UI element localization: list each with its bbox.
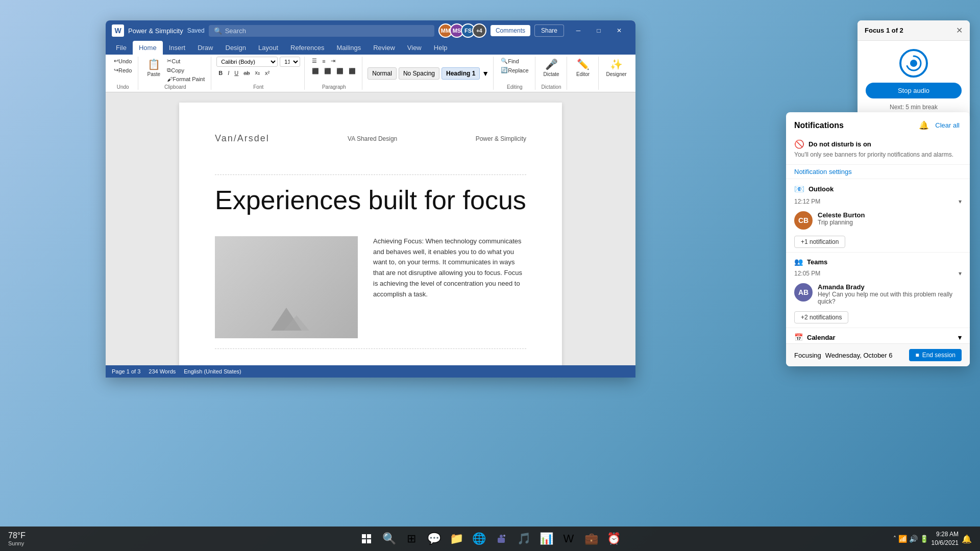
teams-expand-icon[interactable]: ▾ [959, 270, 962, 277]
style-no-spacing-button[interactable]: No Spacing [399, 67, 439, 80]
explorer-button[interactable]: 📁 [446, 529, 467, 549]
notifications-footer: Focusing Wednesday, October 6 ■ End sess… [786, 343, 970, 366]
calendar-header: 📅 Calendar ▾ [786, 328, 970, 343]
bold-button[interactable]: B [216, 69, 225, 77]
tab-review[interactable]: Review [367, 41, 401, 55]
font-size-select[interactable]: 11 [280, 57, 300, 67]
svg-rect-4 [362, 534, 366, 538]
start-button[interactable] [356, 529, 377, 549]
dnd-description: You'll only see banners for priority not… [794, 151, 962, 158]
bullets-button[interactable]: ☰ [310, 57, 319, 65]
minimize-button[interactable]: ─ [568, 20, 589, 41]
footer-left: Focusing Wednesday, October 6 [794, 352, 893, 359]
tab-references[interactable]: References [284, 41, 330, 55]
outlook-notification-content: Celeste Burton Trip planning [818, 211, 962, 230]
end-session-button[interactable]: ■ End session [909, 349, 962, 361]
teams-taskbar-button[interactable] [491, 529, 511, 549]
document-content[interactable]: Van/Arsdel VA Shared Design Power & Simp… [106, 92, 635, 365]
notifications-panel: Notifications 🔔 Clear all 🚫 Do not distu… [786, 112, 970, 366]
clock-taskbar-button[interactable]: ⏰ [603, 529, 624, 549]
calendar-expand-icon[interactable]: ▾ [958, 334, 962, 341]
tab-layout[interactable]: Layout [252, 41, 284, 55]
ribbon-group-editor: ✏️ Editor [568, 57, 599, 90]
undo-button[interactable]: ↩ Undo [112, 57, 134, 65]
document-title: Power & Simplicity [128, 27, 183, 35]
tab-insert[interactable]: Insert [163, 41, 192, 55]
tab-draw[interactable]: Draw [191, 41, 219, 55]
styles-expand-button[interactable]: ▼ [482, 69, 489, 78]
paste-button[interactable]: 📋 Paste [143, 57, 164, 79]
stop-audio-button[interactable]: Stop audio [866, 83, 962, 98]
weather-temp: 78°F [8, 531, 26, 540]
indent-button[interactable]: ⇥ [329, 57, 337, 65]
document-header: Van/Arsdel VA Shared Design Power & Simp… [215, 133, 526, 144]
maximize-button[interactable]: □ [589, 20, 609, 41]
calendar-icon: 📅 [794, 333, 803, 341]
ribbon: File Home Insert Draw Design Layout Refe… [106, 41, 635, 92]
cut-button[interactable]: ✂ Cut [165, 57, 207, 65]
italic-button[interactable]: I [226, 69, 231, 77]
notification-taskbar-icon[interactable]: 🔔 [962, 534, 972, 544]
close-button[interactable]: ✕ [609, 20, 629, 41]
align-center-button[interactable]: ⬛ [322, 67, 333, 76]
strikethrough-button[interactable]: ab [241, 69, 252, 77]
teams-plus-notifications-button[interactable]: +2 notifications [794, 311, 848, 323]
align-right-button[interactable]: ⬛ [334, 67, 346, 76]
ribbon-group-designer: ✨ Designer [600, 57, 633, 90]
notification-settings-link[interactable]: Notification settings [786, 165, 970, 179]
battery-icon[interactable]: 🔋 [920, 535, 928, 543]
align-left-button[interactable]: ⬛ [310, 67, 321, 76]
replace-button[interactable]: 🔄 Replace [499, 66, 530, 74]
numbering-button[interactable]: ≡ [320, 57, 327, 65]
find-button[interactable]: 🔍 Find [499, 57, 530, 65]
volume-icon[interactable]: 🔊 [909, 535, 918, 543]
superscript-button[interactable]: x² [263, 69, 272, 77]
font-name-select[interactable]: Calibri (Body) [216, 57, 278, 67]
taskbar-left: 78°F Sunny [4, 531, 30, 546]
notifications-header: Notifications 🔔 Clear all [786, 112, 970, 135]
justify-button[interactable]: ⬛ [347, 67, 358, 76]
tab-view[interactable]: View [401, 41, 428, 55]
style-normal-button[interactable]: Normal [368, 67, 397, 80]
dictate-button[interactable]: 🎤 Dictate [541, 57, 562, 79]
tab-file[interactable]: File [110, 41, 133, 55]
word-taskbar-button[interactable]: W [558, 529, 579, 549]
tab-mailings[interactable]: Mailings [331, 41, 368, 55]
weather-widget: 78°F Sunny [4, 531, 30, 546]
search-taskbar-button[interactable]: 🔍 [379, 529, 399, 549]
tab-help[interactable]: Help [428, 41, 454, 55]
comments-button[interactable]: Comments [491, 25, 530, 36]
search-box[interactable]: 🔍 [209, 25, 434, 37]
style-heading1-button[interactable]: Heading 1 [442, 67, 480, 80]
underline-button[interactable]: U [232, 69, 240, 77]
chevron-up-icon[interactable]: ˄ [893, 535, 896, 542]
search-input[interactable] [225, 27, 429, 35]
task-view-button[interactable]: ⊞ [401, 529, 422, 549]
clear-all-button[interactable]: Clear all [933, 119, 962, 131]
outlook-plus-notifications-button[interactable]: +1 notification [794, 236, 845, 248]
format-paint-button[interactable]: 🖌 Format Paint [165, 75, 207, 83]
copy-button[interactable]: ⧉ Copy [165, 66, 207, 74]
ribbon-group-paragraph: ☰ ≡ ⇥ ⬛ ⬛ ⬛ ⬛ Paragraph [306, 57, 362, 90]
powerpoint-taskbar-button[interactable]: 📊 [536, 529, 556, 549]
tab-design[interactable]: Design [219, 41, 252, 55]
redo-button[interactable]: ↪ Redo [112, 66, 134, 74]
outlook-expand-icon[interactable]: ▾ [959, 198, 962, 205]
designer-button[interactable]: ✨ Designer [604, 57, 629, 79]
tab-home[interactable]: Home [133, 41, 163, 55]
share-button[interactable]: Share [534, 24, 564, 37]
viva-taskbar-button[interactable]: 💼 [581, 529, 601, 549]
teams-notification-item[interactable]: AB Amanda Brady Hey! Can you help me out… [786, 279, 970, 309]
subscript-button[interactable]: x₂ [253, 68, 262, 77]
outlook-notification-item[interactable]: CB Celeste Burton Trip planning [786, 207, 970, 234]
notifications-scroll[interactable]: 📧 Outlook 12:12 PM ▾ CB Celeste Burton T… [786, 179, 970, 343]
chat-button[interactable]: 💬 [424, 529, 444, 549]
calendar-app-name: Calendar [807, 334, 836, 341]
spotify-taskbar-button[interactable]: 🎵 [513, 529, 534, 549]
editor-button[interactable]: ✏️ Editor [573, 57, 593, 79]
taskbar-clock[interactable]: 9:28 AM 10/6/2021 [932, 530, 959, 547]
dictation-controls: 🎤 Dictate [541, 57, 562, 83]
focus-close-icon[interactable]: ✕ [956, 26, 963, 35]
edge-button[interactable]: 🌐 [469, 529, 489, 549]
wifi-icon[interactable]: 📶 [898, 535, 907, 543]
